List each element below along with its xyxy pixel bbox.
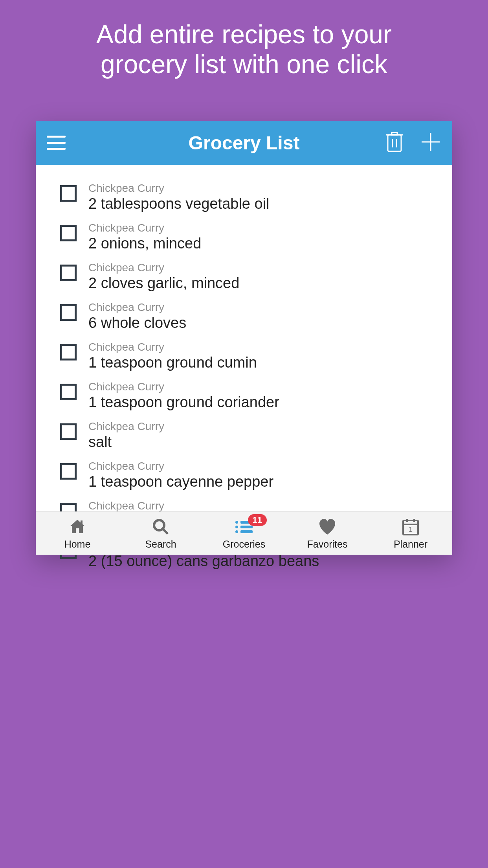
list-item[interactable]: Chickpea Curry 1 teaspoon cayenne pepper	[36, 455, 452, 495]
svg-text:1: 1	[409, 526, 413, 533]
item-name: 2 cloves garlic, minced	[88, 275, 440, 292]
promo-line-2: grocery list with one click	[96, 50, 392, 79]
list-item[interactable]: Chickpea Curry salt	[36, 416, 452, 455]
item-source: Chickpea Curry	[88, 460, 440, 473]
add-icon[interactable]	[420, 131, 441, 154]
checkbox-icon[interactable]	[60, 225, 77, 241]
list-item[interactable]: Chickpea Curry 1 teaspoon ground cumin	[36, 336, 452, 376]
nav-label: Home	[64, 539, 91, 550]
nav-label: Search	[145, 539, 176, 550]
list-item[interactable]: Chickpea Curry 2 tablespoons vegetable o…	[36, 177, 452, 217]
promo-headline: Add entire recipes to your grocery list …	[65, 20, 423, 79]
item-name: 1 teaspoon ground cumin	[88, 354, 440, 371]
item-source: Chickpea Curry	[88, 301, 440, 314]
svg-line-7	[163, 529, 168, 534]
badge-count: 11	[248, 514, 267, 526]
list-item[interactable]: Chickpea Curry 2 onions, minced	[36, 217, 452, 257]
item-source: Chickpea Curry	[88, 420, 440, 433]
item-source: Chickpea Curry	[88, 341, 440, 353]
promo-line-1: Add entire recipes to your	[96, 20, 392, 50]
item-name: 6 whole cloves	[88, 314, 440, 331]
nav-home[interactable]: Home	[36, 512, 119, 555]
item-name: 2 tablespoons vegetable oil	[88, 195, 440, 212]
item-name: 1 teaspoon cayenne pepper	[88, 473, 440, 490]
nav-label: Planner	[394, 539, 427, 550]
item-name: 2 (15 ounce) cans garbanzo beans	[88, 553, 440, 570]
calendar-icon: 1	[402, 517, 420, 537]
list-item[interactable]: Chickpea Curry 2 cloves garlic, minced	[36, 257, 452, 296]
svg-rect-0	[388, 135, 401, 151]
heart-icon	[318, 517, 337, 537]
item-source: Chickpea Curry	[88, 222, 440, 234]
checkbox-icon[interactable]	[60, 463, 77, 480]
item-name: 1 teaspoon ground coriander	[88, 394, 440, 411]
checkbox-icon[interactable]	[60, 185, 77, 202]
nav-favorites[interactable]: Favorites	[286, 512, 369, 555]
nav-planner[interactable]: 1 Planner	[369, 512, 452, 555]
trash-icon[interactable]	[385, 131, 404, 154]
item-name: 2 onions, minced	[88, 235, 440, 252]
list-item[interactable]: Chickpea Curry 1 teaspoon ground coriand…	[36, 376, 452, 416]
home-icon	[68, 517, 87, 537]
menu-icon[interactable]	[47, 136, 66, 150]
item-name: salt	[88, 434, 440, 451]
checkbox-icon[interactable]	[60, 265, 77, 281]
item-source: Chickpea Curry	[88, 261, 440, 274]
list-item[interactable]: Chickpea Curry 6 whole cloves	[36, 296, 452, 336]
item-source: Chickpea Curry	[88, 182, 440, 195]
svg-rect-5	[81, 520, 83, 524]
checkbox-icon[interactable]	[60, 344, 77, 360]
checkbox-icon[interactable]	[60, 304, 77, 321]
nav-label: Favorites	[307, 539, 348, 550]
item-source: Chickpea Curry	[88, 381, 440, 393]
nav-groceries[interactable]: 11 Groceries	[202, 512, 286, 555]
checkbox-icon[interactable]	[60, 384, 77, 400]
bottom-nav: Home Search 11 Groceries	[36, 511, 452, 555]
svg-point-6	[154, 520, 164, 530]
app-header: Grocery List	[36, 121, 452, 165]
page-title: Grocery List	[189, 132, 300, 154]
checkbox-icon[interactable]	[60, 423, 77, 440]
item-source: Chickpea Curry	[88, 500, 440, 512]
nav-search[interactable]: Search	[119, 512, 202, 555]
nav-label: Groceries	[223, 539, 265, 550]
search-icon	[151, 517, 170, 537]
app-screen: Grocery List Ch	[36, 121, 452, 555]
